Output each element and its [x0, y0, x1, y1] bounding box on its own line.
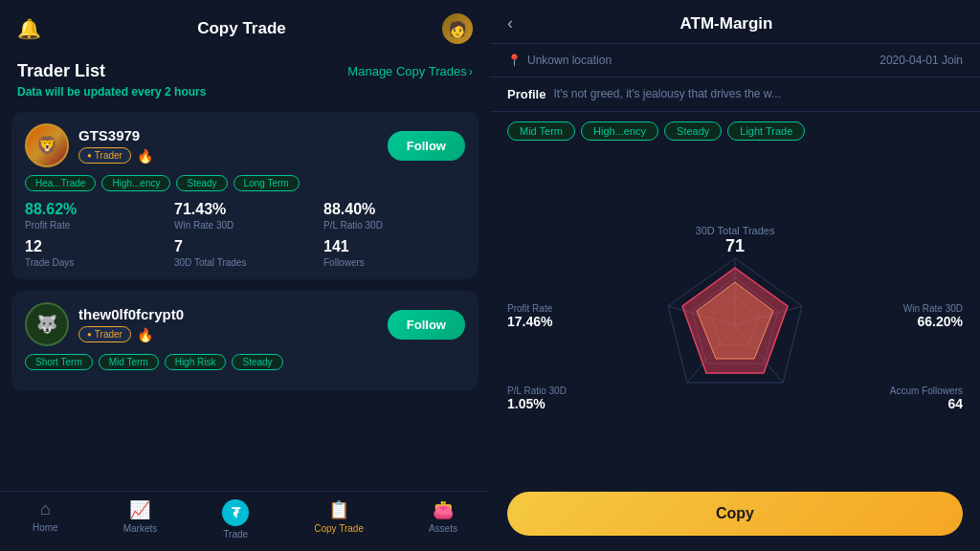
trader-info-2: 🐺 thew0lf0fcrypt0 Trader 🔥 — [25, 302, 184, 346]
radar-chart — [639, 249, 831, 402]
tag-heatrade: Hea...Trade — [25, 175, 96, 191]
nav-copy-trade[interactable]: 📋 Copy Trade — [314, 499, 364, 540]
followers-side-value: 64 — [890, 396, 963, 411]
trader-badge-1: Trader — [78, 147, 131, 164]
copy-btn-container: Copy — [490, 480, 980, 551]
trader-info-1: 🦁 GTS3979 Trader 🔥 — [25, 123, 153, 167]
fire-icon-1: 🔥 — [137, 148, 153, 164]
bell-icon[interactable]: 🔔 — [17, 17, 41, 40]
tag-steady-2: Steady — [232, 354, 282, 370]
join-date: 2020-04-01 Join — [880, 54, 963, 67]
nav-assets-label: Assets — [429, 523, 457, 534]
nav-trade[interactable]: ₮ Trade — [222, 499, 249, 540]
trader-name-block-2: thew0lf0fcrypt0 Trader 🔥 — [78, 306, 184, 342]
radar-section: 30D Total Trades 71 Profit Rate 17.46% W… — [490, 150, 980, 480]
section-title: Trader List — [17, 61, 105, 81]
pl-side-label: P/L Ratio 30D — [507, 386, 567, 396]
right-tag-midterm: Mid Term — [507, 121, 575, 141]
right-tag-lighttrade: Light Trade — [727, 121, 805, 141]
markets-icon: 📈 — [129, 499, 150, 520]
top-bar: 🔔 Copy Trade 🧑 — [0, 0, 490, 54]
trader-badge-row-1: Trader 🔥 — [78, 147, 153, 164]
stat-profit-rate: 88.62% Profit Rate — [25, 201, 167, 231]
right-tag-highency: High...ency — [581, 121, 658, 141]
trader-badge-2: Trader — [78, 326, 131, 342]
right-panel: ‹ ATM-Margin 📍 Unkown location 2020-04-0… — [490, 0, 980, 551]
tag-highrisk: High Risk — [165, 354, 227, 370]
nav-assets[interactable]: 👛 Assets — [429, 499, 457, 540]
nav-home-label: Home — [33, 522, 58, 533]
stat-pl-right: P/L Ratio 30D 1.05% — [507, 386, 567, 411]
profit-rate-side-label: Profit Rate — [507, 302, 552, 313]
stat-win-rate: 71.43% Win Rate 30D — [174, 201, 316, 231]
stat-profit-rate-right: Profit Rate 17.46% — [507, 302, 552, 328]
win-rate-value: 71.43% — [174, 201, 316, 218]
trader-card-1-header: 🦁 GTS3979 Trader 🔥 Follow — [25, 123, 465, 167]
tag-longterm: Long Term — [234, 175, 300, 191]
profile-info-row: 📍 Unkown location 2020-04-01 Join — [490, 44, 980, 77]
bottom-nav: ⌂ Home 📈 Markets ₮ Trade 📋 Copy Trade 👛 … — [0, 491, 490, 551]
stats-around: 30D Total Trades 71 Profit Rate 17.46% W… — [507, 220, 963, 411]
stat-followers-right: Accum Followers 64 — [890, 386, 963, 411]
profile-bio: Profile It's not greed, it's jealousy th… — [490, 77, 980, 112]
trade-icon: ₮ — [222, 499, 249, 526]
left-panel: 🔔 Copy Trade 🧑 Trader List Manage Copy T… — [0, 0, 490, 551]
nav-copy-trade-label: Copy Trade — [314, 523, 364, 534]
home-icon: ⌂ — [40, 499, 51, 519]
center-label-text: 30D Total Trades — [696, 225, 775, 236]
followers-value: 141 — [323, 238, 465, 255]
location-pin-icon: 📍 — [507, 54, 522, 67]
right-tags-row: Mid Term High...ency Steady Light Trade — [490, 112, 980, 150]
profit-rate-label: Profit Rate — [25, 220, 167, 231]
copy-button[interactable]: Copy — [507, 492, 963, 536]
pl-ratio-value: 88.40% — [323, 201, 465, 218]
tag-midterm: Mid Term — [99, 354, 159, 370]
win-rate-label: Win Rate 30D — [174, 220, 316, 231]
stat-win-rate-right: Win Rate 30D 66.20% — [903, 302, 963, 328]
tag-shortterm: Short Term — [25, 354, 93, 370]
trader-avatar-1: 🦁 — [25, 123, 69, 167]
trader-list-header: Trader List Manage Copy Trades › — [0, 54, 490, 83]
copy-trade-icon: 📋 — [328, 499, 349, 520]
update-note: Data will be updated every 2 hours — [0, 83, 490, 106]
nav-trade-label: Trade — [223, 529, 248, 540]
pl-ratio-label: P/L Ratio 30D — [323, 220, 465, 231]
tag-highency: High...ency — [101, 175, 170, 191]
follow-button-1[interactable]: Follow — [388, 131, 465, 161]
manage-copy-trades-link[interactable]: Manage Copy Trades › — [347, 64, 473, 78]
trader-name-block-1: GTS3979 Trader 🔥 — [78, 127, 153, 164]
page-title: Copy Trade — [197, 19, 286, 38]
trader-card-2: 🐺 thew0lf0fcrypt0 Trader 🔥 Follow Short … — [11, 291, 479, 391]
trader-name-1: GTS3979 — [78, 127, 153, 143]
fire-icon-2: 🔥 — [137, 327, 153, 342]
profile-label: Profile — [507, 87, 546, 101]
right-tag-steady: Steady — [664, 121, 722, 141]
avatar[interactable]: 🧑 — [442, 13, 473, 44]
win-rate-side-value: 66.20% — [903, 313, 963, 328]
nav-home[interactable]: ⌂ Home — [33, 499, 58, 540]
profit-rate-side-value: 17.46% — [507, 313, 552, 328]
location-row: 📍 Unkown location — [507, 54, 612, 67]
trader-card-1: 🦁 GTS3979 Trader 🔥 Follow Hea...Trade Hi… — [11, 112, 479, 279]
win-rate-side-label: Win Rate 30D — [903, 302, 963, 313]
back-arrow-icon[interactable]: ‹ — [507, 13, 513, 33]
right-header: ‹ ATM-Margin — [490, 0, 980, 44]
follow-button-2[interactable]: Follow — [388, 310, 465, 340]
profit-rate-value: 88.62% — [25, 201, 167, 218]
trader-avatar-2: 🐺 — [25, 302, 69, 346]
profile-bio-text: It's not greed, it's jealousy that drive… — [553, 87, 780, 100]
tags-row-2: Short Term Mid Term High Risk Steady — [25, 354, 465, 370]
stats-grid-1b: 12 Trade Days 7 30D Total Trades 141 Fol… — [25, 238, 465, 268]
assets-icon: 👛 — [433, 499, 454, 520]
followers-side-label: Accum Followers — [890, 386, 963, 396]
stat-pl-ratio: 88.40% P/L Ratio 30D — [323, 201, 465, 231]
right-panel-title: ATM-Margin — [524, 14, 928, 33]
tag-steady: Steady — [176, 175, 227, 191]
location-text: Unkown location — [527, 54, 612, 67]
trade-days-label: Trade Days — [25, 257, 167, 268]
30d-trades-label: 30D Total Trades — [174, 257, 316, 268]
trader-badge-row-2: Trader 🔥 — [78, 326, 184, 342]
30d-trades-value: 7 — [174, 238, 316, 255]
nav-markets[interactable]: 📈 Markets — [123, 499, 158, 540]
nav-markets-label: Markets — [123, 523, 158, 534]
